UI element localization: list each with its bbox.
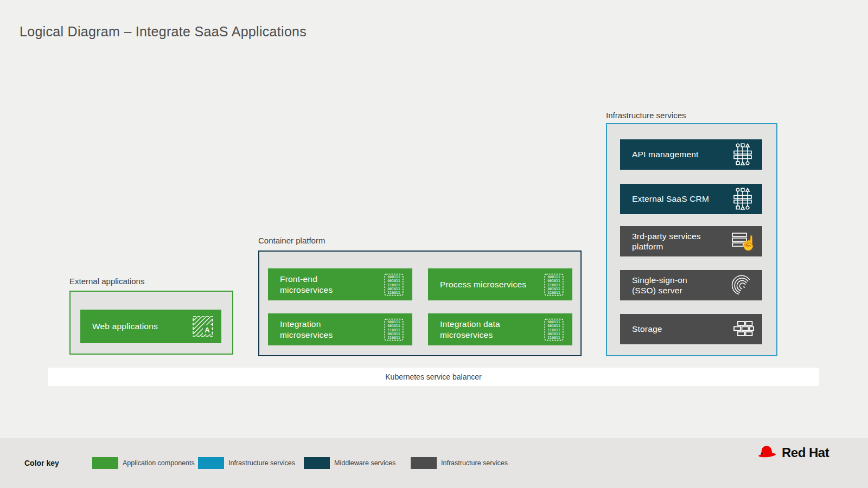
- node-front-end-microservices: Front-end microservices 000111 001011 11…: [268, 268, 412, 300]
- fingerprint-icon: [731, 273, 755, 297]
- legend-label-infrastructure-services-gray: Infrastructure services: [441, 459, 508, 467]
- node-label: Process microservices: [428, 279, 526, 290]
- hand-glyph: ☝: [740, 234, 755, 252]
- node-label: Front-end microservices: [268, 274, 368, 294]
- binary-row: 001011: [548, 287, 560, 291]
- node-label: Integration data microservices: [428, 319, 507, 339]
- binary-row: 110011: [388, 328, 400, 331]
- diagram-canvas: { "title": "Logical Diagram – Integrate …: [0, 0, 868, 488]
- binary-row: 110011: [548, 328, 560, 331]
- microservices-icon: 000111 001011 110011 001011 110011: [383, 273, 405, 297]
- microservices-icon: 000111 001011 110011 001011 110011: [383, 318, 405, 342]
- node-storage: Storage: [620, 314, 762, 344]
- api-icon: [731, 187, 755, 211]
- group-label-infrastructure-services: Infrastructure services: [606, 111, 686, 120]
- node-integration-data-microservices: Integration data microservices 000111 00…: [428, 313, 572, 345]
- node-label: Web applications: [80, 321, 158, 331]
- redhat-hat-icon: [755, 444, 778, 462]
- redhat-logo-text: Red Hat: [782, 445, 829, 460]
- binary-row: 001011: [548, 279, 560, 282]
- legend-swatch-infrastructure-services-gray: [411, 457, 437, 469]
- node-label: External SaaS CRM: [620, 194, 709, 204]
- microservices-icon: 000111 001011 110011 001011 110011: [543, 273, 565, 297]
- binary-row: 110011: [548, 291, 560, 294]
- diagram-title: Logical Diagram – Integrate SaaS Applica…: [20, 24, 307, 40]
- legend-swatch-middleware-services: [304, 457, 330, 469]
- node-3rd-party-services-platform: 3rd-party services platform ☝: [620, 226, 762, 256]
- legend-label-infrastructure-services: Infrastructure services: [228, 459, 295, 467]
- binary-row: 001011: [388, 332, 400, 336]
- binary-row: 001011: [548, 324, 560, 328]
- application-letter: A: [205, 326, 210, 334]
- binary-row: 000111: [548, 320, 560, 324]
- redhat-logo: Red Hat: [755, 444, 829, 462]
- binary-row: 110011: [388, 336, 400, 339]
- binary-row: 110011: [548, 282, 560, 286]
- legend-swatch-application-components: [92, 457, 118, 469]
- api-icon: [731, 143, 755, 166]
- node-label: 3rd-party services platform: [620, 231, 707, 252]
- group-box-container-platform: Front-end microservices 000111 001011 11…: [258, 251, 582, 356]
- legend-label-application-components: Application components: [123, 459, 195, 467]
- binary-row: 110011: [388, 291, 400, 294]
- binary-row: 001011: [388, 279, 400, 282]
- binary-row: 110011: [548, 336, 560, 339]
- node-label: API management: [620, 149, 699, 159]
- group-box-infrastructure-services: API management External SaaS CRM: [606, 123, 777, 356]
- node-integration-microservices: Integration microservices 000111 001011 …: [268, 313, 412, 345]
- kubernetes-service-balancer-label: Kubernetes service balancer: [385, 373, 481, 381]
- node-external-saas-crm: External SaaS CRM: [620, 184, 762, 214]
- application-icon: A: [192, 316, 214, 337]
- storage-bricks-icon: [730, 319, 755, 339]
- hand-services-icon: ☝: [731, 230, 755, 253]
- binary-row: 001011: [388, 324, 400, 328]
- binary-row: 001011: [548, 332, 560, 336]
- node-label: Integration microservices: [268, 319, 336, 339]
- binary-row: 000111: [388, 275, 400, 279]
- kubernetes-service-balancer-bar: Kubernetes service balancer: [48, 368, 819, 386]
- legend-label-middleware-services: Middleware services: [334, 459, 395, 467]
- microservices-icon: 000111 001011 110011 001011 110011: [543, 318, 565, 342]
- group-label-container-platform: Container platform: [258, 236, 325, 245]
- node-process-microservices: Process microservices 000111 001011 1100…: [428, 268, 572, 300]
- node-web-applications: Web applications A: [80, 310, 221, 343]
- legend-swatch-infrastructure-services: [198, 457, 224, 469]
- node-single-sign-on-server: Single-sign-on (SSO) server: [620, 270, 762, 300]
- color-key-label: Color key: [24, 459, 59, 467]
- node-api-management: API management: [620, 139, 762, 170]
- group-box-external-applications: Web applications A: [69, 291, 233, 355]
- binary-row: 000111: [548, 275, 560, 279]
- group-label-external-applications: External applications: [69, 277, 144, 286]
- binary-row: 000111: [388, 320, 400, 324]
- node-label: Storage: [620, 324, 662, 334]
- binary-row: 001011: [388, 287, 400, 291]
- node-label: Single-sign-on (SSO) server: [620, 275, 712, 296]
- binary-row: 110011: [388, 282, 400, 286]
